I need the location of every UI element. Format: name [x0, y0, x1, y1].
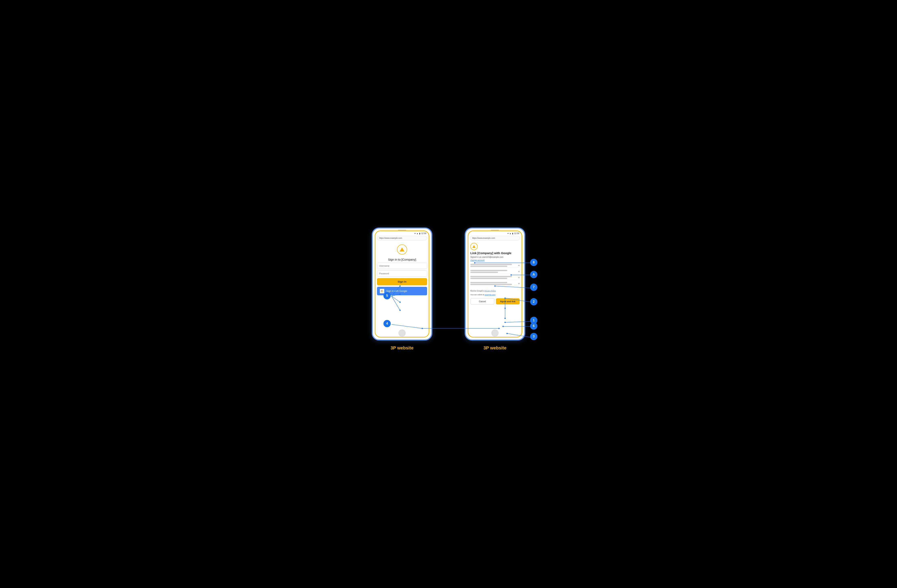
username-input[interactable]: [377, 263, 427, 269]
google-icon-wrap: G: [380, 289, 384, 293]
badge-2: 2: [530, 298, 537, 305]
phone2-url-text: https://www.example.com: [472, 237, 495, 239]
phone2-battery-icon: ▮: [512, 232, 513, 235]
permission-row-2: ∨: [470, 269, 520, 274]
phone1-label: 3P website: [390, 345, 413, 351]
privacy-prefix: Review Google's: [470, 290, 484, 292]
phone1-wifi-icon: ▾: [415, 232, 416, 235]
perm-line: [470, 278, 507, 279]
phone2-url-bar[interactable]: https://www.example.com: [470, 236, 520, 240]
phone1-inner: ▾ ▲ ▮ 12:30 https://www.example.com: [375, 231, 429, 338]
perm-line: [470, 284, 512, 285]
phone1-status-bar: ▾ ▲ ▮ 12:30: [375, 231, 429, 235]
phone1-home-button[interactable]: [398, 330, 406, 337]
unlink-link[interactable]: example.com: [485, 294, 496, 296]
permission-row-3: ∨: [470, 275, 520, 280]
badge-3: 3: [530, 333, 537, 340]
unlink-text: You can unlink at example.com: [470, 293, 520, 296]
phone1-url-bar[interactable]: https://www.example.com: [377, 236, 427, 240]
phone1-company-logo: [397, 244, 407, 255]
phone1-screen-content: Sign in to [Company] Sign In G Sign in w…: [375, 241, 429, 297]
perm-line: [470, 282, 507, 283]
badge-7: 7: [530, 284, 537, 291]
badge-A: A: [530, 271, 537, 278]
phone1-battery-icon: ▮: [419, 232, 420, 235]
badge-6: 6: [530, 322, 537, 330]
phone2-header: [470, 243, 520, 250]
badge-8: 8: [530, 259, 537, 266]
phone2-screen-content: Link [Company] with Google Signed in as …: [468, 241, 522, 306]
perm-line: [470, 276, 512, 277]
phone1-logo-triangle: [400, 247, 404, 252]
phone2-time: 12:30: [514, 232, 519, 235]
sign-in-button[interactable]: Sign In: [377, 278, 427, 285]
phone2-title: Link [Company] with Google: [470, 251, 520, 255]
phone2-section: ▾ ▲ ▮ 12:30 https://www.example.com: [465, 228, 525, 351]
phone1-section: ▾ ▲ ▮ 12:30 https://www.example.com: [372, 228, 432, 351]
phone1-title: Sign in to [Company]: [388, 258, 416, 261]
phone2-logo-triangle: [472, 245, 476, 248]
badge-5: 5: [383, 292, 391, 299]
phone2-label: 3P website: [484, 345, 506, 351]
google-g-icon: G: [381, 289, 383, 293]
phone1-signal-icon: ▲: [416, 232, 418, 235]
signed-in-container: Signed in as user123@example.com change …: [470, 256, 520, 262]
change-account-link[interactable]: change account: [470, 259, 485, 261]
chevron-icon-1[interactable]: ∨: [518, 264, 520, 266]
privacy-policy-text: Review Google's Privacy Policy: [470, 290, 520, 292]
phone2-inner: ▾ ▲ ▮ 12:30 https://www.example.com: [468, 231, 522, 338]
perm-line: [470, 270, 507, 271]
permission-row-1: ∨: [470, 263, 520, 268]
password-input[interactable]: [377, 270, 427, 276]
cancel-button[interactable]: Cancel: [470, 298, 494, 304]
permission-row-4: ∨: [470, 281, 520, 286]
badge-4: 4: [383, 320, 391, 327]
signed-in-text: Signed in as user123@example.com: [470, 256, 520, 258]
phone1-time: 12:30: [421, 232, 426, 235]
phone2-company-logo: [470, 243, 478, 250]
chevron-icon-3[interactable]: ∨: [518, 276, 520, 279]
perm-lines-4: [470, 282, 517, 285]
phones-row: ▾ ▲ ▮ 12:30 https://www.example.com: [358, 223, 539, 351]
privacy-policy-link[interactable]: Privacy Policy: [484, 290, 496, 292]
unlink-prefix: You can unlink at: [470, 294, 485, 296]
google-btn-label: Sign in with Google: [386, 290, 407, 292]
perm-line: [470, 272, 498, 273]
phone2-status-bar: ▾ ▲ ▮ 12:30: [468, 231, 522, 235]
agree-link-button[interactable]: Agree and link: [496, 298, 520, 304]
phone2-home-button[interactable]: [491, 330, 499, 337]
perm-lines-1: [470, 264, 517, 267]
chevron-icon-2[interactable]: ∨: [518, 270, 520, 272]
perm-line: [470, 264, 512, 265]
phone1-url-text: https://www.example.com: [379, 237, 402, 239]
phone2: ▾ ▲ ▮ 12:30 https://www.example.com: [465, 228, 525, 341]
phone2-signal-icon: ▲: [509, 232, 511, 235]
chevron-icon-4[interactable]: ∨: [518, 283, 520, 285]
diagram-wrapper: ▾ ▲ ▮ 12:30 https://www.example.com: [358, 223, 539, 365]
perm-lines-3: [470, 276, 517, 279]
phone2-buttons: Cancel Agree and link: [470, 298, 520, 304]
phone1: ▾ ▲ ▮ 12:30 https://www.example.com: [372, 228, 432, 341]
perm-line: [470, 266, 507, 267]
perm-lines-2: [470, 270, 517, 273]
phone2-wifi-icon: ▾: [508, 232, 508, 235]
